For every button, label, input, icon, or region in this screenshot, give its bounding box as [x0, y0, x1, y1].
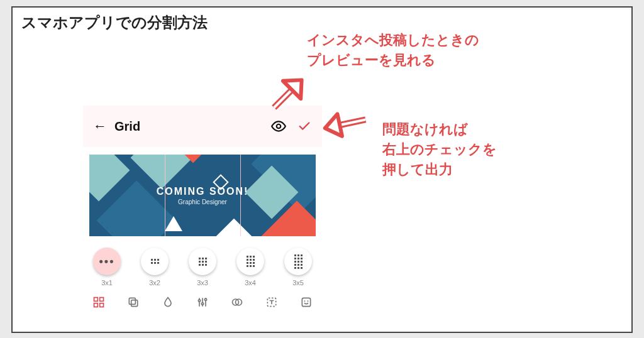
preview-button[interactable]: [269, 117, 288, 136]
grid-option-label: 3x1: [101, 279, 113, 286]
svg-rect-4: [100, 303, 104, 307]
decor-shape: [165, 216, 182, 231]
svg-point-15: [308, 300, 309, 302]
arrow-to-confirm: [321, 102, 371, 146]
svg-rect-2: [100, 298, 104, 302]
grid-option-3x1[interactable]: •••3x1: [88, 248, 126, 286]
check-icon: [297, 119, 311, 133]
page-title: スマホアプリでの分割方法: [21, 13, 208, 33]
svg-point-0: [277, 124, 281, 129]
svg-point-8: [201, 303, 203, 305]
grid-option-3x5[interactable]: 3x5: [279, 248, 317, 286]
text-tool-button[interactable]: [264, 294, 280, 310]
sliders-icon: [196, 296, 209, 308]
grid-icon: [92, 296, 105, 308]
text-icon: [265, 296, 278, 308]
grid-option-3x2[interactable]: 3x2: [136, 248, 174, 286]
sliders-tool-button[interactable]: [194, 294, 211, 310]
svg-rect-3: [94, 303, 98, 307]
grid-tool-button[interactable]: [91, 294, 107, 310]
annotation-confirm: 問題なければ 右上のチェックを 押して出力: [382, 119, 497, 180]
mask-icon: [231, 296, 243, 308]
screen-title: Grid: [114, 119, 140, 134]
grid-dots-icon: [151, 259, 159, 264]
annotation-preview: インスタへ投稿したときの プレビューを見れる: [307, 30, 479, 70]
grid-dots-icon: [247, 256, 255, 267]
svg-rect-13: [302, 298, 310, 306]
eye-icon: [270, 118, 287, 134]
drop-icon: [162, 296, 174, 308]
drop-tool-button[interactable]: [160, 294, 176, 310]
app-window: ← Grid: [83, 106, 322, 332]
back-button[interactable]: ←: [93, 118, 107, 134]
svg-point-14: [304, 300, 306, 302]
grid-option-3x4[interactable]: 3x4: [231, 248, 269, 286]
sticker-tool-button[interactable]: [298, 294, 314, 310]
copy-tool-button[interactable]: [125, 294, 142, 310]
bottom-toolbar: [83, 288, 322, 310]
grid-option-label: 3x3: [197, 279, 208, 286]
back-arrow-icon: ←: [93, 118, 107, 134]
svg-point-9: [204, 298, 206, 300]
image-canvas[interactable]: COMING SOON! Graphic Designer: [89, 155, 316, 236]
sticker-icon: [300, 296, 313, 308]
decor-shape: [216, 219, 252, 236]
grid-option-3x3[interactable]: 3x3: [184, 248, 221, 286]
more-icon: •••: [99, 255, 115, 268]
confirm-button[interactable]: [297, 119, 312, 134]
grid-option-label: 3x5: [292, 279, 304, 286]
svg-rect-6: [129, 298, 135, 304]
arrow-to-preview: [265, 69, 309, 119]
svg-point-7: [198, 300, 200, 302]
mask-tool-button[interactable]: [229, 294, 245, 310]
grid-option-label: 3x2: [149, 279, 160, 286]
grid-dots-icon: [294, 254, 303, 269]
svg-rect-1: [94, 298, 98, 302]
poster-subtitle: Graphic Designer: [178, 199, 227, 205]
poster-heading: COMING SOON!: [157, 186, 249, 197]
svg-rect-5: [131, 300, 138, 307]
grid-dots-icon: [199, 258, 207, 266]
copy-icon: [127, 296, 140, 308]
grid-option-label: 3x4: [245, 279, 256, 286]
grid-size-options: •••3x13x23x33x43x5: [83, 240, 322, 288]
